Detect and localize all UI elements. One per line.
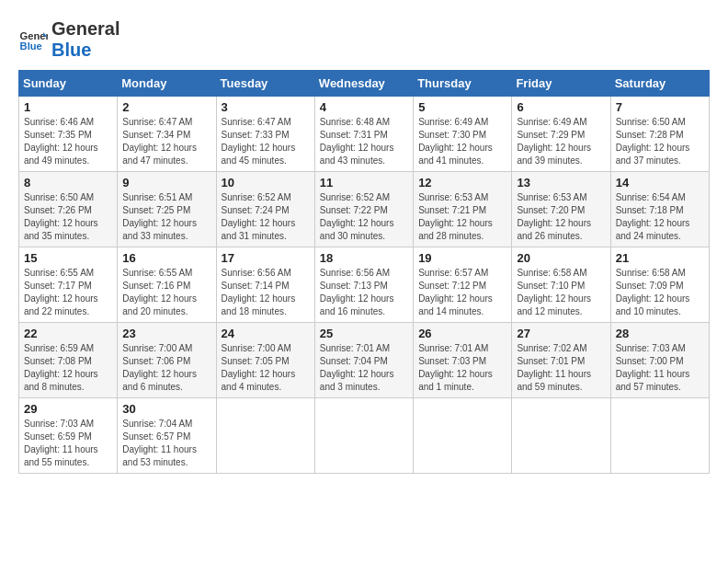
day-number: 17 bbox=[222, 251, 310, 265]
day-info: Sunrise: 7:00 AM Sunset: 7:06 PM Dayligh… bbox=[122, 342, 210, 394]
calendar-row: 15 Sunrise: 6:55 AM Sunset: 7:17 PM Dayl… bbox=[19, 247, 710, 323]
day-info: Sunrise: 6:56 AM Sunset: 7:13 PM Dayligh… bbox=[320, 267, 408, 318]
day-info: Sunrise: 6:51 AM Sunset: 7:25 PM Dayligh… bbox=[122, 191, 210, 243]
svg-text:Blue: Blue bbox=[20, 40, 42, 52]
day-info: Sunrise: 6:49 AM Sunset: 7:30 PM Dayligh… bbox=[418, 116, 506, 167]
calendar-cell: 29 Sunrise: 7:03 AM Sunset: 6:59 PM Dayl… bbox=[19, 398, 118, 474]
calendar-cell: 14 Sunrise: 6:54 AM Sunset: 7:18 PM Dayl… bbox=[610, 172, 709, 247]
day-info: Sunrise: 6:48 AM Sunset: 7:31 PM Dayligh… bbox=[320, 116, 408, 167]
day-info: Sunrise: 6:50 AM Sunset: 7:26 PM Dayligh… bbox=[24, 191, 112, 243]
calendar-cell: 25 Sunrise: 7:01 AM Sunset: 7:04 PM Dayl… bbox=[314, 323, 413, 398]
day-number: 27 bbox=[517, 327, 605, 340]
day-number: 30 bbox=[122, 402, 210, 416]
day-info: Sunrise: 6:53 AM Sunset: 7:21 PM Dayligh… bbox=[418, 191, 506, 243]
calendar-cell: 13 Sunrise: 6:53 AM Sunset: 7:20 PM Dayl… bbox=[512, 172, 610, 247]
calendar-cell: 9 Sunrise: 6:51 AM Sunset: 7:25 PM Dayli… bbox=[118, 172, 216, 247]
calendar-row: 1 Sunrise: 6:46 AM Sunset: 7:35 PM Dayli… bbox=[19, 97, 710, 172]
calendar-row: 22 Sunrise: 6:59 AM Sunset: 7:08 PM Dayl… bbox=[19, 323, 710, 398]
calendar-cell: 30 Sunrise: 7:04 AM Sunset: 6:57 PM Dayl… bbox=[118, 398, 216, 474]
weekday-header: Saturday bbox=[610, 71, 709, 97]
day-number: 11 bbox=[320, 176, 408, 190]
calendar-cell: 23 Sunrise: 7:00 AM Sunset: 7:06 PM Dayl… bbox=[118, 323, 216, 398]
day-info: Sunrise: 6:58 AM Sunset: 7:09 PM Dayligh… bbox=[616, 267, 704, 318]
day-number: 7 bbox=[616, 100, 704, 114]
calendar-cell: 20 Sunrise: 6:58 AM Sunset: 7:10 PM Dayl… bbox=[512, 247, 610, 323]
calendar-cell: 22 Sunrise: 6:59 AM Sunset: 7:08 PM Dayl… bbox=[19, 323, 118, 398]
calendar-cell: 19 Sunrise: 6:57 AM Sunset: 7:12 PM Dayl… bbox=[414, 247, 512, 323]
calendar-cell bbox=[314, 398, 413, 474]
weekday-header: Tuesday bbox=[216, 71, 314, 97]
day-number: 20 bbox=[517, 251, 605, 265]
calendar-cell: 21 Sunrise: 6:58 AM Sunset: 7:09 PM Dayl… bbox=[610, 247, 709, 323]
day-number: 9 bbox=[122, 176, 210, 190]
day-info: Sunrise: 7:01 AM Sunset: 7:03 PM Dayligh… bbox=[418, 342, 506, 394]
calendar-cell: 16 Sunrise: 6:55 AM Sunset: 7:16 PM Dayl… bbox=[118, 247, 216, 323]
calendar-row: 29 Sunrise: 7:03 AM Sunset: 6:59 PM Dayl… bbox=[19, 398, 710, 474]
day-info: Sunrise: 6:55 AM Sunset: 7:16 PM Dayligh… bbox=[122, 267, 210, 318]
day-number: 2 bbox=[122, 100, 210, 114]
day-number: 14 bbox=[616, 176, 704, 190]
calendar-cell: 2 Sunrise: 6:47 AM Sunset: 7:34 PM Dayli… bbox=[118, 97, 216, 172]
calendar-cell bbox=[512, 398, 610, 474]
day-number: 6 bbox=[517, 100, 605, 114]
day-number: 28 bbox=[616, 327, 704, 340]
day-info: Sunrise: 6:56 AM Sunset: 7:14 PM Dayligh… bbox=[222, 267, 310, 318]
day-number: 19 bbox=[418, 251, 506, 265]
calendar-header-row: SundayMondayTuesdayWednesdayThursdayFrid… bbox=[19, 71, 710, 97]
calendar-cell: 7 Sunrise: 6:50 AM Sunset: 7:28 PM Dayli… bbox=[610, 97, 709, 172]
calendar-cell: 1 Sunrise: 6:46 AM Sunset: 7:35 PM Dayli… bbox=[19, 97, 118, 172]
day-number: 3 bbox=[222, 100, 310, 114]
day-number: 18 bbox=[320, 251, 408, 265]
day-info: Sunrise: 7:03 AM Sunset: 7:00 PM Dayligh… bbox=[616, 342, 704, 394]
day-info: Sunrise: 6:49 AM Sunset: 7:29 PM Dayligh… bbox=[517, 116, 605, 167]
day-info: Sunrise: 7:04 AM Sunset: 6:57 PM Dayligh… bbox=[122, 418, 210, 469]
day-info: Sunrise: 7:00 AM Sunset: 7:05 PM Dayligh… bbox=[222, 342, 310, 394]
day-number: 10 bbox=[222, 176, 310, 190]
day-number: 23 bbox=[122, 327, 210, 340]
svg-text:General: General bbox=[20, 30, 48, 41]
day-info: Sunrise: 6:52 AM Sunset: 7:22 PM Dayligh… bbox=[320, 191, 408, 243]
weekday-header: Sunday bbox=[19, 71, 118, 97]
calendar-cell: 11 Sunrise: 6:52 AM Sunset: 7:22 PM Dayl… bbox=[314, 172, 413, 247]
day-number: 29 bbox=[24, 402, 112, 416]
weekday-header: Monday bbox=[118, 71, 216, 97]
calendar-cell bbox=[216, 398, 314, 474]
day-info: Sunrise: 6:55 AM Sunset: 7:17 PM Dayligh… bbox=[24, 267, 112, 318]
calendar-cell: 6 Sunrise: 6:49 AM Sunset: 7:29 PM Dayli… bbox=[512, 97, 610, 172]
calendar-cell: 17 Sunrise: 6:56 AM Sunset: 7:14 PM Dayl… bbox=[216, 247, 314, 323]
calendar-cell: 4 Sunrise: 6:48 AM Sunset: 7:31 PM Dayli… bbox=[314, 97, 413, 172]
calendar-cell: 15 Sunrise: 6:55 AM Sunset: 7:17 PM Dayl… bbox=[19, 247, 118, 323]
weekday-header: Friday bbox=[512, 71, 610, 97]
day-number: 5 bbox=[418, 100, 506, 114]
day-number: 4 bbox=[320, 100, 408, 114]
day-info: Sunrise: 6:53 AM Sunset: 7:20 PM Dayligh… bbox=[517, 191, 605, 243]
calendar-cell: 5 Sunrise: 6:49 AM Sunset: 7:30 PM Dayli… bbox=[414, 97, 512, 172]
day-info: Sunrise: 6:52 AM Sunset: 7:24 PM Dayligh… bbox=[222, 191, 310, 243]
day-info: Sunrise: 6:58 AM Sunset: 7:10 PM Dayligh… bbox=[517, 267, 605, 318]
day-info: Sunrise: 6:46 AM Sunset: 7:35 PM Dayligh… bbox=[24, 116, 112, 167]
page-header: General Blue General Blue bbox=[18, 18, 710, 61]
calendar-row: 8 Sunrise: 6:50 AM Sunset: 7:26 PM Dayli… bbox=[19, 172, 710, 247]
day-info: Sunrise: 6:54 AM Sunset: 7:18 PM Dayligh… bbox=[616, 191, 704, 243]
calendar-cell bbox=[610, 398, 709, 474]
day-info: Sunrise: 7:03 AM Sunset: 6:59 PM Dayligh… bbox=[24, 418, 112, 469]
calendar-cell: 10 Sunrise: 6:52 AM Sunset: 7:24 PM Dayl… bbox=[216, 172, 314, 247]
weekday-header: Wednesday bbox=[314, 71, 413, 97]
day-info: Sunrise: 6:59 AM Sunset: 7:08 PM Dayligh… bbox=[24, 342, 112, 394]
calendar-cell: 18 Sunrise: 6:56 AM Sunset: 7:13 PM Dayl… bbox=[314, 247, 413, 323]
calendar-cell: 28 Sunrise: 7:03 AM Sunset: 7:00 PM Dayl… bbox=[610, 323, 709, 398]
day-info: Sunrise: 6:47 AM Sunset: 7:33 PM Dayligh… bbox=[222, 116, 310, 167]
calendar-cell: 12 Sunrise: 6:53 AM Sunset: 7:21 PM Dayl… bbox=[414, 172, 512, 247]
day-number: 13 bbox=[517, 176, 605, 190]
calendar-cell: 26 Sunrise: 7:01 AM Sunset: 7:03 PM Dayl… bbox=[414, 323, 512, 398]
calendar-cell: 24 Sunrise: 7:00 AM Sunset: 7:05 PM Dayl… bbox=[216, 323, 314, 398]
day-info: Sunrise: 7:02 AM Sunset: 7:01 PM Dayligh… bbox=[517, 342, 605, 394]
day-number: 25 bbox=[320, 327, 408, 340]
day-number: 24 bbox=[222, 327, 310, 340]
day-number: 15 bbox=[24, 251, 112, 265]
calendar-cell: 3 Sunrise: 6:47 AM Sunset: 7:33 PM Dayli… bbox=[216, 97, 314, 172]
day-info: Sunrise: 6:50 AM Sunset: 7:28 PM Dayligh… bbox=[616, 116, 704, 167]
day-number: 8 bbox=[24, 176, 112, 190]
day-info: Sunrise: 6:47 AM Sunset: 7:34 PM Dayligh… bbox=[122, 116, 210, 167]
day-number: 21 bbox=[616, 251, 704, 265]
